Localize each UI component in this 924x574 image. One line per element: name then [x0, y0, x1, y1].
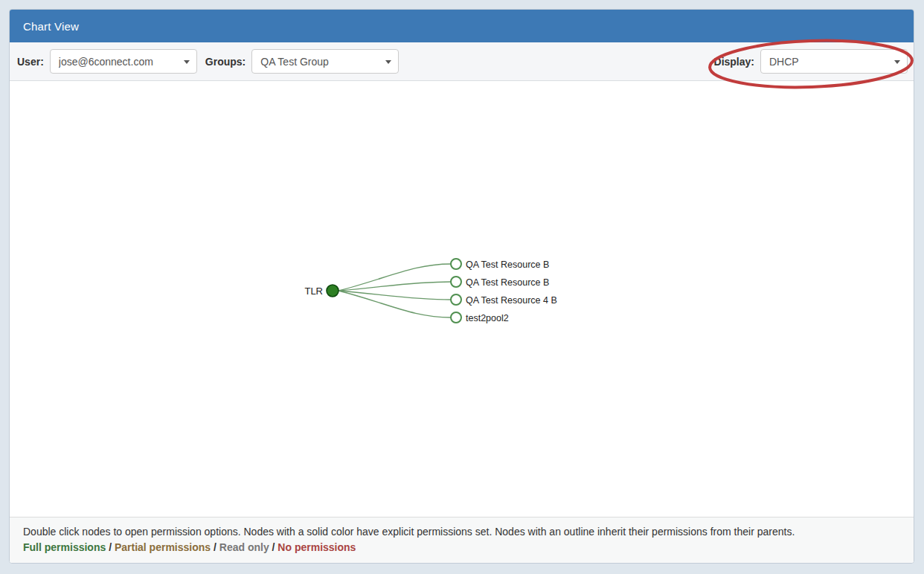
panel-header: Chart View [10, 10, 914, 42]
tree-node-outline[interactable] [451, 277, 461, 287]
groups-dropdown[interactable]: QA Test Group [251, 49, 399, 74]
legend-item: Partial permissions [115, 541, 211, 553]
tree-link [339, 264, 451, 291]
tree-link [339, 291, 451, 317]
permissions-legend: Full permissions / Partial permissions /… [23, 540, 900, 555]
display-dropdown[interactable]: DHCP [760, 49, 908, 74]
panel-footer: Double click nodes to open permission op… [10, 517, 914, 563]
tree-node-label: QA Test Resource B [466, 277, 549, 288]
tree-node-label: QA Test Resource B [466, 259, 549, 270]
groups-label: Groups: [205, 56, 246, 68]
tree-node-outline[interactable] [451, 259, 461, 269]
caret-down-icon [894, 60, 900, 64]
groups-dropdown-value: QA Test Group [260, 56, 329, 68]
permissions-chart-area[interactable]: QA Test Resource BQA Test Resource BQA T… [10, 81, 914, 517]
legend-item: Read only [219, 541, 269, 553]
legend-item: Full permissions [23, 541, 106, 553]
display-filter-group: Display: DHCP [714, 49, 908, 74]
user-label: User: [17, 56, 44, 68]
legend-item: No permissions [277, 541, 356, 553]
tree-node-label: test2pool2 [466, 313, 509, 323]
filter-toolbar: User: jose@6connect.com Groups: QA Test … [10, 42, 914, 81]
tree-node-outline[interactable] [451, 294, 461, 305]
user-filter-group: User: jose@6connect.com [17, 49, 197, 74]
caret-down-icon [385, 60, 391, 64]
tree-root-label: TLR [304, 286, 323, 297]
user-dropdown[interactable]: jose@6connect.com [50, 49, 197, 74]
display-dropdown-value: DHCP [769, 56, 799, 68]
footer-instructions: Double click nodes to open permission op… [23, 524, 900, 539]
tree-node-label: QA Test Resource 4 B [466, 295, 557, 306]
tree-node-outline[interactable] [451, 312, 461, 323]
page-title: Chart View [23, 20, 79, 33]
display-label: Display: [714, 56, 754, 68]
groups-filter-group: Groups: QA Test Group [205, 49, 399, 74]
user-dropdown-value: jose@6connect.com [59, 56, 153, 68]
legend-separator: / [211, 541, 219, 553]
chart-view-panel: Chart View User: jose@6connect.com Group… [9, 9, 914, 564]
legend-separator: / [269, 541, 278, 553]
tree-root-node[interactable] [327, 285, 339, 297]
legend-separator: / [106, 541, 115, 553]
tree-diagram[interactable]: QA Test Resource BQA Test Resource BQA T… [10, 81, 914, 517]
caret-down-icon [184, 60, 190, 64]
